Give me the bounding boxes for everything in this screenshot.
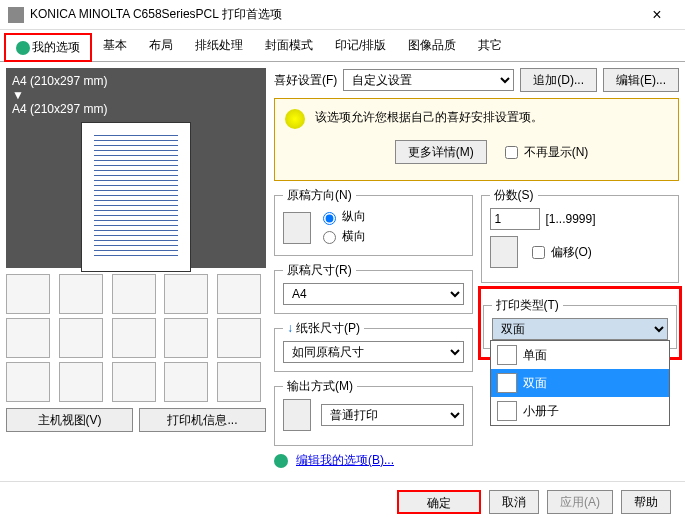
thumb[interactable] bbox=[112, 362, 156, 402]
print-type-dropdown: 单面 双面 小册子 bbox=[490, 340, 671, 426]
favorites-select[interactable]: 自定义设置 bbox=[343, 69, 514, 91]
copies-label: 份数(S) bbox=[490, 187, 538, 204]
edit-favorite-button[interactable]: 编辑(E)... bbox=[603, 68, 679, 92]
dialog-footer: 确定 取消 应用(A) 帮助 bbox=[0, 481, 685, 518]
arrow-down-icon: ▼ bbox=[12, 88, 260, 102]
original-size-select[interactable]: A4 bbox=[283, 283, 464, 305]
paper-from: A4 (210x297 mm) bbox=[12, 74, 260, 88]
original-size-label: 原稿尺寸(R) bbox=[283, 262, 356, 279]
thumb[interactable] bbox=[164, 362, 208, 402]
person-icon bbox=[274, 454, 288, 468]
printer-icon bbox=[8, 7, 24, 23]
offset-icon bbox=[490, 236, 518, 268]
copies-range: [1...9999] bbox=[546, 212, 596, 226]
thumb[interactable] bbox=[6, 318, 50, 358]
portrait-radio[interactable]: 纵向 bbox=[318, 208, 366, 225]
paper-size-label: 纸张尺寸(P) bbox=[296, 321, 360, 335]
thumb[interactable] bbox=[217, 274, 261, 314]
tab-finishing[interactable]: 排纸处理 bbox=[184, 32, 254, 61]
titlebar: KONICA MINOLTA C658SeriesPCL 打印首选项 × bbox=[0, 0, 685, 30]
page-icon bbox=[497, 373, 517, 393]
more-details-button[interactable]: 更多详情(M) bbox=[395, 140, 487, 164]
output-method-label: 输出方式(M) bbox=[283, 378, 357, 395]
print-type-highlight: 打印类型(T) 双面 单面 双面 小册子 bbox=[481, 289, 680, 357]
copies-group: 份数(S) [1...9999] 偏移(O) bbox=[481, 187, 680, 283]
page-icon bbox=[283, 212, 311, 244]
offset-checkbox[interactable]: 偏移(O) bbox=[528, 243, 592, 262]
tab-stamp[interactable]: 印记/排版 bbox=[324, 32, 397, 61]
tab-layout[interactable]: 布局 bbox=[138, 32, 184, 61]
info-text: 该选项允许您根据自己的喜好安排设置项。 bbox=[315, 109, 668, 126]
thumb[interactable] bbox=[217, 318, 261, 358]
tab-other[interactable]: 其它 bbox=[467, 32, 513, 61]
cancel-button[interactable]: 取消 bbox=[489, 490, 539, 514]
no-show-checkbox[interactable]: 不再显示(N) bbox=[501, 143, 589, 162]
page-preview bbox=[81, 122, 191, 272]
favorites-label: 喜好设置(F) bbox=[274, 72, 337, 89]
option-single[interactable]: 单面 bbox=[491, 341, 670, 369]
lightbulb-icon bbox=[285, 109, 305, 129]
add-favorite-button[interactable]: 追加(D)... bbox=[520, 68, 597, 92]
output-method-select[interactable]: 普通打印 bbox=[321, 404, 464, 426]
printer-info-button[interactable]: 打印机信息... bbox=[139, 408, 266, 432]
paper-to: A4 (210x297 mm) bbox=[12, 102, 260, 116]
thumb[interactable] bbox=[6, 362, 50, 402]
window-title: KONICA MINOLTA C658SeriesPCL 打印首选项 bbox=[30, 6, 637, 23]
close-icon[interactable]: × bbox=[637, 6, 677, 24]
copies-input[interactable] bbox=[490, 208, 540, 230]
landscape-radio[interactable]: 横向 bbox=[318, 228, 366, 245]
paper-size-group: ↓纸张尺寸(P) 如同原稿尺寸 bbox=[274, 320, 473, 372]
page-icon bbox=[497, 345, 517, 365]
orientation-label: 原稿方向(N) bbox=[283, 187, 356, 204]
option-duplex[interactable]: 双面 bbox=[491, 369, 670, 397]
paper-size-select[interactable]: 如同原稿尺寸 bbox=[283, 341, 464, 363]
print-type-group: 打印类型(T) 双面 单面 双面 小册子 bbox=[483, 297, 678, 349]
option-booklet[interactable]: 小册子 bbox=[491, 397, 670, 425]
orientation-group: 原稿方向(N) 纵向 横向 bbox=[274, 187, 473, 256]
tab-cover[interactable]: 封面模式 bbox=[254, 32, 324, 61]
apply-button[interactable]: 应用(A) bbox=[547, 490, 613, 514]
original-size-group: 原稿尺寸(R) A4 bbox=[274, 262, 473, 314]
info-panel: 该选项允许您根据自己的喜好安排设置项。 更多详情(M) 不再显示(N) bbox=[274, 98, 679, 181]
edit-my-options-link[interactable]: 编辑我的选项(B)... bbox=[296, 452, 394, 469]
thumb[interactable] bbox=[112, 274, 156, 314]
thumb[interactable] bbox=[59, 318, 103, 358]
thumb[interactable] bbox=[164, 274, 208, 314]
output-method-group: 输出方式(M) 普通打印 bbox=[274, 378, 473, 446]
tab-basic[interactable]: 基本 bbox=[92, 32, 138, 61]
preview-panel: A4 (210x297 mm) ▼ A4 (210x297 mm) x1 bbox=[6, 68, 266, 268]
tab-quality[interactable]: 图像品质 bbox=[397, 32, 467, 61]
layout-thumbnails bbox=[6, 274, 266, 402]
tab-bar: 我的选项 基本 布局 排纸处理 封面模式 印记/排版 图像品质 其它 bbox=[0, 30, 685, 62]
print-type-select[interactable]: 双面 bbox=[492, 318, 669, 340]
arrow-down-icon: ↓ bbox=[287, 321, 293, 335]
ok-button[interactable]: 确定 bbox=[397, 490, 481, 514]
thumb[interactable] bbox=[59, 362, 103, 402]
thumb[interactable] bbox=[112, 318, 156, 358]
tab-my-options[interactable]: 我的选项 bbox=[4, 33, 92, 62]
booklet-icon bbox=[497, 401, 517, 421]
printer-small-icon bbox=[283, 399, 311, 431]
host-view-button[interactable]: 主机视图(V) bbox=[6, 408, 133, 432]
thumb[interactable] bbox=[164, 318, 208, 358]
thumb[interactable] bbox=[6, 274, 50, 314]
print-type-label: 打印类型(T) bbox=[492, 297, 563, 314]
help-button[interactable]: 帮助 bbox=[621, 490, 671, 514]
thumb[interactable] bbox=[217, 362, 261, 402]
person-icon bbox=[16, 41, 30, 55]
thumb[interactable] bbox=[59, 274, 103, 314]
